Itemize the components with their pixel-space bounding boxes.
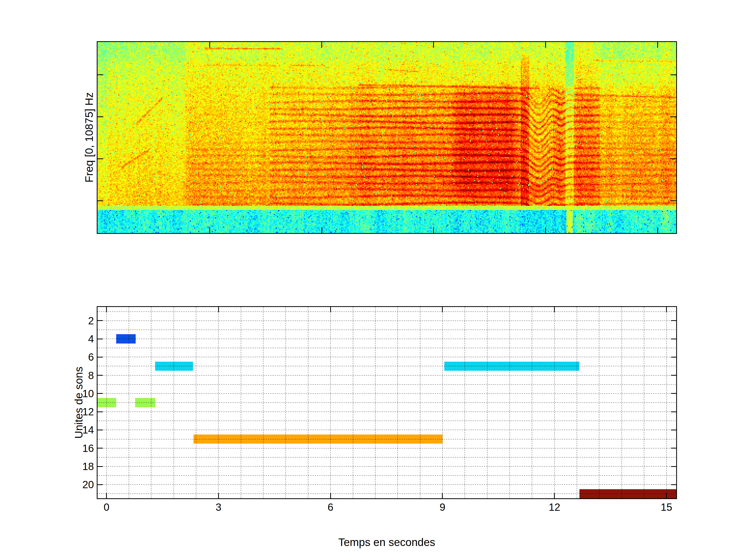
y-tick-label: 8	[60, 370, 94, 381]
y-tick-label: 10	[60, 389, 94, 399]
gridline-horizontal	[98, 393, 676, 394]
x-tick-mark-top	[218, 307, 219, 312]
gridline-horizontal	[98, 439, 676, 439]
x-tick-mark-top	[554, 307, 555, 312]
x-tick-label: 12	[549, 501, 561, 513]
y-tick-mark-right	[671, 320, 676, 321]
y-tick-mark-left	[98, 393, 103, 394]
y-tick-mark-left	[98, 411, 103, 412]
y-tick-mark-left	[98, 357, 103, 357]
y-tick-mark-left	[98, 430, 103, 430]
y-tick-mark-right	[671, 393, 676, 394]
timeline-xlabel: Temps en secondes	[338, 536, 435, 549]
x-tick-mark-top	[442, 307, 443, 312]
y-tick-mark-right	[671, 411, 676, 412]
gridline-horizontal	[98, 357, 676, 357]
x-tick-label: 15	[661, 501, 672, 513]
gridline-horizontal	[98, 466, 676, 466]
x-tick-mark-top	[106, 307, 107, 312]
x-tick-mark-top	[330, 307, 331, 312]
timeline-axes	[97, 306, 677, 499]
gridline-horizontal	[98, 339, 676, 339]
y-tick-mark-left	[98, 320, 103, 321]
y-tick-mark-right	[671, 484, 676, 485]
y-tick-mark-left	[98, 484, 103, 485]
gridline-horizontal	[98, 430, 676, 430]
spectrogram-image	[98, 42, 676, 233]
y-tick-label: 20	[60, 479, 94, 490]
x-tick-mark-top	[666, 307, 667, 312]
y-tick-mark-left	[98, 339, 103, 339]
y-tick-label: 18	[60, 461, 94, 472]
y-tick-label: 12	[60, 406, 94, 417]
x-tick-mark-bottom	[218, 493, 219, 498]
y-tick-mark-right	[671, 448, 676, 449]
y-tick-label: 14	[60, 425, 94, 435]
gridline-horizontal	[98, 375, 676, 376]
gridline-horizontal	[98, 457, 676, 458]
y-tick-mark-right	[671, 357, 676, 357]
gridline-horizontal	[98, 320, 676, 321]
x-tick-label: 0	[103, 501, 109, 513]
y-tick-mark-right	[671, 466, 676, 467]
gridline-horizontal	[98, 402, 676, 403]
x-tick-label: 9	[440, 501, 445, 513]
gridline-horizontal	[98, 329, 676, 330]
y-tick-mark-right	[671, 375, 676, 376]
x-tick-label: 6	[328, 501, 333, 513]
gridline-horizontal	[98, 448, 676, 449]
gridline-horizontal	[98, 348, 676, 348]
gridline-horizontal	[98, 484, 676, 485]
gridline-horizontal	[98, 494, 676, 494]
gridline-horizontal	[98, 311, 676, 312]
y-tick-label: 4	[60, 334, 94, 344]
gridline-horizontal	[98, 411, 676, 412]
x-tick-mark-bottom	[106, 493, 107, 498]
gridline-horizontal	[98, 366, 676, 366]
y-tick-mark-left	[98, 466, 103, 467]
x-tick-mark-bottom	[554, 493, 555, 498]
y-tick-mark-left	[98, 375, 103, 376]
gridline-horizontal	[98, 421, 676, 421]
y-tick-mark-right	[671, 339, 676, 339]
y-tick-mark-right	[671, 430, 676, 430]
x-tick-mark-bottom	[442, 493, 443, 498]
y-tick-label: 2	[60, 316, 94, 326]
x-tick-mark-bottom	[330, 493, 331, 498]
y-tick-mark-left	[98, 448, 103, 449]
y-tick-label: 16	[60, 443, 94, 453]
x-tick-label: 3	[215, 501, 221, 513]
gridline-horizontal	[98, 475, 676, 476]
y-tick-label: 6	[60, 352, 94, 362]
x-tick-mark-bottom	[666, 493, 667, 498]
gridline-horizontal	[98, 384, 676, 385]
spectrogram-axes	[97, 41, 677, 234]
matlab-figure: Freq [0, 10875] Hz Unites de sons Temps …	[0, 0, 747, 560]
spectrogram-ylabel: Freq [0, 10875] Hz	[83, 92, 96, 183]
